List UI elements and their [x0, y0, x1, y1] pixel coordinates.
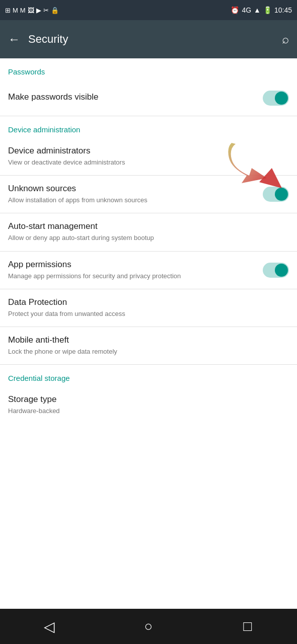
setting-title-app-permissions: App permissions — [8, 260, 263, 270]
setting-item-auto-start-management[interactable]: Auto-start management Allow or deny app … — [0, 213, 297, 251]
time-label: 10:45 — [274, 6, 292, 14]
toggle-unknown-sources[interactable] — [263, 187, 289, 202]
back-nav-button[interactable]: ◁ — [34, 611, 64, 641]
alarm-icon: ⏰ — [231, 6, 239, 14]
signal-label: 4G — [242, 6, 251, 14]
page-title: Security — [28, 33, 282, 46]
setting-item-make-passwords-visible[interactable]: Make passwords visible — [0, 80, 297, 116]
setting-title-data-protection: Data Protection — [8, 297, 289, 307]
signal-icon: ▲ — [254, 6, 261, 14]
toggle-thumb-app-permissions — [275, 264, 288, 277]
setting-subtitle-storage-type: Hardware-backed — [8, 407, 289, 416]
status-bar: ⊞ M M 🖼 ▶ ✂ 🔒 ⏰ 4G ▲ 🔋 10:45 — [0, 0, 297, 20]
app-icon-4: 🖼 — [28, 7, 34, 14]
setting-subtitle-device-administrators: View or deactivate device administrators — [8, 158, 289, 167]
setting-title-auto-start-management: Auto-start management — [8, 221, 289, 231]
app-icon-2: M — [13, 7, 18, 14]
section-header-credential-storage: Credential storage — [0, 365, 297, 386]
setting-subtitle-app-permissions: Manage app permissions for security and … — [8, 272, 263, 281]
status-icons-right: ⏰ 4G ▲ 🔋 10:45 — [231, 6, 292, 14]
recent-nav-button[interactable]: □ — [233, 611, 263, 641]
home-nav-button[interactable]: ○ — [133, 611, 164, 641]
setting-text-app-permissions: App permissions Manage app permissions f… — [8, 260, 263, 281]
setting-item-data-protection[interactable]: Data Protection Protect your data from u… — [0, 289, 297, 327]
setting-item-storage-type[interactable]: Storage type Hardware-backed — [0, 386, 297, 424]
app-icon-7: 🔒 — [51, 7, 59, 14]
app-icon-5: ▶ — [36, 7, 41, 14]
app-icon-1: ⊞ — [5, 7, 11, 14]
setting-text-mobile-anti-theft: Mobile anti-theft Lock the phone or wipe… — [8, 335, 289, 356]
search-button[interactable]: ⌕ — [282, 32, 289, 46]
app-bar: ← Security ⌕ — [0, 20, 297, 58]
toggle-make-passwords-visible[interactable] — [263, 91, 289, 106]
setting-subtitle-auto-start-management: Allow or deny app auto-start during syst… — [8, 233, 289, 243]
setting-text-auto-start-management: Auto-start management Allow or deny app … — [8, 221, 289, 243]
setting-subtitle-mobile-anti-theft: Lock the phone or wipe data remotely — [8, 347, 289, 356]
setting-item-mobile-anti-theft[interactable]: Mobile anti-theft Lock the phone or wipe… — [0, 327, 297, 365]
back-button[interactable]: ← — [8, 32, 20, 46]
toggle-app-permissions[interactable] — [263, 263, 289, 278]
setting-text-data-protection: Data Protection Protect your data from u… — [8, 297, 289, 318]
setting-item-device-administrators[interactable]: Device administrators View or deactivate… — [0, 138, 297, 176]
toggle-thumb-unknown-sources — [275, 188, 288, 201]
app-icon-3: M — [20, 7, 26, 14]
setting-title-mobile-anti-theft: Mobile anti-theft — [8, 335, 289, 345]
status-icons-left: ⊞ M M 🖼 ▶ ✂ 🔒 — [5, 7, 59, 14]
setting-text-make-passwords-visible: Make passwords visible — [8, 92, 263, 104]
setting-title-make-passwords-visible: Make passwords visible — [8, 92, 263, 102]
setting-text-unknown-sources: Unknown sources Allow installation of ap… — [8, 184, 263, 205]
setting-item-app-permissions[interactable]: App permissions Manage app permissions f… — [0, 252, 297, 289]
app-icon-6: ✂ — [43, 7, 49, 14]
setting-title-device-administrators: Device administrators — [8, 146, 289, 156]
setting-title-storage-type: Storage type — [8, 394, 289, 405]
content-area: Passwords Make passwords visible Device … — [0, 58, 297, 609]
bottom-nav: ◁ ○ □ — [0, 609, 297, 644]
section-header-device-administration: Device administration — [0, 116, 297, 138]
battery-icon: 🔋 — [263, 6, 272, 14]
section-header-passwords: Passwords — [0, 58, 297, 80]
setting-text-storage-type: Storage type Hardware-backed — [8, 394, 289, 416]
setting-text-device-administrators: Device administrators View or deactivate… — [8, 146, 289, 167]
setting-item-unknown-sources[interactable]: Unknown sources Allow installation of ap… — [0, 176, 297, 213]
setting-subtitle-data-protection: Protect your data from unwanted access — [8, 309, 289, 318]
toggle-thumb-make-passwords-visible — [275, 92, 288, 105]
setting-subtitle-unknown-sources: Allow installation of apps from unknown … — [8, 196, 263, 205]
setting-title-unknown-sources: Unknown sources — [8, 184, 263, 194]
